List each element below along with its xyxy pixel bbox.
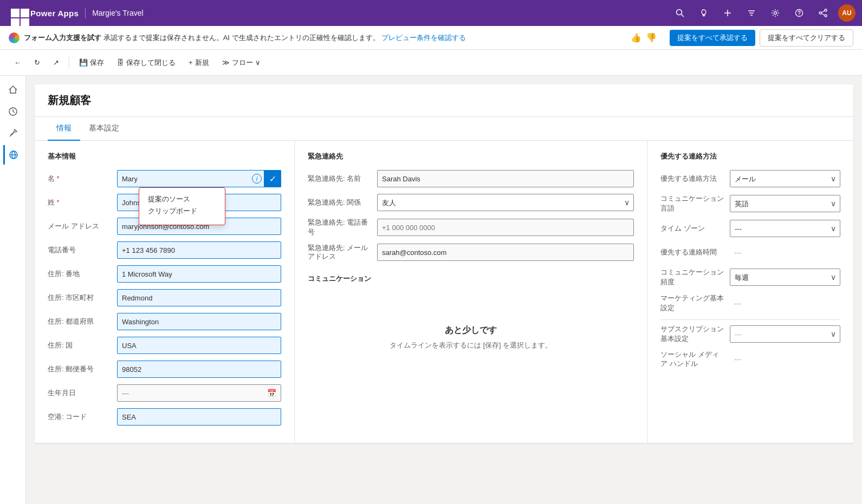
address-row: 住所: 番地: [48, 265, 281, 283]
comm-placeholder-title: あと少しです: [319, 325, 623, 336]
tab-basic-settings[interactable]: 基本設定: [80, 117, 128, 141]
search-icon[interactable]: [671, 4, 689, 22]
emergency-title: 緊急連絡先: [308, 152, 634, 161]
lightbulb-icon[interactable]: [695, 4, 712, 22]
external-link-button[interactable]: ↗: [48, 55, 64, 70]
subscription-row: サブスクリプション基本設定 --- ∨: [660, 324, 840, 344]
first-name-check-button[interactable]: ✓: [264, 170, 281, 187]
accept-all-button[interactable]: 提案をすべて承認する: [670, 30, 755, 46]
emergency-relation-select[interactable]: 友人 家族 同僚: [377, 194, 634, 211]
form-body: 基本情報 名 i ✓ 提案のソース: [35, 141, 853, 443]
emergency-relation-wrapper: 友人 家族 同僚 ∨: [377, 194, 634, 211]
state-label: 住所: 都道府県: [48, 317, 113, 326]
form-tabs: 情報 基本設定: [35, 117, 853, 141]
settings-icon[interactable]: [767, 4, 784, 22]
save-close-icon: 🗄: [117, 58, 124, 67]
emergency-relation-label: 緊急連絡先: 関係: [308, 198, 373, 207]
country-input[interactable]: [117, 337, 281, 354]
city-label: 住所: 市区町村: [48, 293, 113, 303]
marketing-row: マーケティング基本設定 ---: [660, 293, 840, 313]
emergency-phone-label: 緊急連絡先: 電話番号: [308, 218, 373, 237]
save-close-button[interactable]: 🗄 保存して閉じる: [112, 55, 181, 71]
form-container: 新規顧客 情報 基本設定 基本情報 名: [35, 84, 853, 443]
zip-row: 住所: 郵便番号: [48, 361, 281, 378]
nav-divider: [85, 8, 86, 18]
new-label: 新規: [195, 58, 209, 68]
save-icon: 💾: [79, 58, 88, 67]
first-name-label: 名: [48, 174, 113, 184]
social-row: ソーシャル メディア ハンドル ---: [660, 350, 840, 369]
left-sidebar: [0, 76, 26, 504]
sidebar-globe[interactable]: [3, 145, 23, 165]
form-header: 新規顧客: [35, 84, 853, 117]
form-toolbar: ← ↻ ↗ 💾 保存 🗄 保存して閉じる + 新規 ≫ フロー ∨: [0, 50, 862, 76]
clear-all-button[interactable]: 提案をすべてクリアする: [760, 29, 853, 47]
help-icon[interactable]: [790, 4, 808, 22]
airport-label: 空港: コード: [48, 412, 113, 422]
thumbdown-icon[interactable]: 👎: [646, 32, 657, 43]
workspace-name: Margie's Travel: [92, 9, 143, 17]
sidebar-home[interactable]: [3, 80, 23, 100]
flow-button[interactable]: ≫ フロー ∨: [217, 55, 266, 71]
phone-row: 電話番号: [48, 241, 281, 259]
first-name-info-icon[interactable]: i: [252, 174, 262, 184]
comm-placeholder-sub: タイムラインを表示するには [保存] を選択します。: [319, 341, 623, 350]
subscription-select[interactable]: ---: [730, 325, 840, 343]
state-row: 住所: 都道府県: [48, 313, 281, 330]
filter-icon[interactable]: [743, 4, 760, 22]
emergency-email-input[interactable]: [377, 244, 634, 261]
phone-label: 電話番号: [48, 245, 113, 255]
contact-method-label: 優先する連絡方法: [660, 174, 725, 184]
country-row: 住所: 国: [48, 337, 281, 354]
subscription-wrapper: --- ∨: [730, 325, 840, 343]
airport-input[interactable]: [117, 408, 281, 426]
social-label: ソーシャル メディア ハンドル: [660, 350, 725, 369]
contact-method-row: 優先する連絡方法 メール 電話 ∨: [660, 170, 840, 187]
comm-title: コミュニケーション: [308, 274, 634, 284]
emergency-name-input[interactable]: [377, 170, 634, 187]
basic-info-title: 基本情報: [48, 152, 281, 161]
calendar-icon[interactable]: 📅: [267, 389, 276, 397]
user-avatar[interactable]: AU: [838, 4, 855, 22]
sidebar-recents[interactable]: [3, 102, 23, 121]
zip-input[interactable]: [117, 361, 281, 378]
contact-method-select[interactable]: メール 電話: [730, 170, 840, 187]
birthdate-input[interactable]: [122, 389, 267, 397]
main-layout: 新規顧客 情報 基本設定 基本情報 名: [0, 76, 862, 504]
thumbup-icon[interactable]: 👍: [631, 32, 641, 43]
timezone-row: タイム ゾーン --- ∨: [660, 220, 840, 237]
country-label: 住所: 国: [48, 341, 113, 350]
preview-link[interactable]: プレビュー条件を確認する: [381, 34, 466, 42]
back-button[interactable]: ←: [9, 55, 27, 70]
comm-freq-label: コミュニケーション頻度: [660, 267, 725, 287]
last-name-label: 姓: [48, 198, 113, 207]
tab-info[interactable]: 情報: [48, 117, 80, 141]
share-icon[interactable]: [814, 4, 832, 22]
comm-freq-select[interactable]: 毎週 毎月 毎日: [730, 269, 840, 286]
language-row: コミュニケーション言語 英語 日本語 ∨: [660, 194, 840, 213]
back-icon: ←: [14, 58, 21, 67]
tooltip-popup: 提案のソース クリップボード: [139, 187, 225, 225]
pref-time-row: 優先する連絡時間 ---: [660, 244, 840, 261]
emergency-section: 緊急連絡先 緊急連絡先: 名前 緊急連絡先: 関係 友人 家族: [295, 141, 647, 443]
refresh-button[interactable]: ↻: [29, 55, 46, 70]
subscription-label: サブスクリプション基本設定: [660, 324, 725, 344]
city-input[interactable]: [117, 289, 281, 306]
timezone-label: タイム ゾーン: [660, 224, 725, 233]
timezone-select[interactable]: ---: [730, 220, 840, 237]
address-input[interactable]: [117, 265, 281, 283]
state-input[interactable]: [117, 313, 281, 330]
comm-freq-row: コミュニケーション頻度 毎週 毎月 毎日 ∨: [660, 267, 840, 287]
flow-icon: ≫: [222, 58, 230, 67]
svg-point-9: [774, 12, 777, 15]
save-button[interactable]: 💾 保存: [74, 55, 109, 71]
new-button[interactable]: + 新規: [183, 55, 215, 71]
app-grid-icon[interactable]: [7, 4, 24, 22]
emergency-phone-input[interactable]: [377, 219, 634, 236]
sidebar-pinned[interactable]: [3, 123, 23, 143]
preferences-section: 優先する連絡方法 優先する連絡方法 メール 電話 ∨: [647, 141, 853, 443]
plus-icon[interactable]: [719, 4, 736, 22]
birthdate-label: 生年月日: [48, 388, 113, 398]
phone-input[interactable]: [117, 241, 281, 259]
language-select[interactable]: 英語 日本語: [730, 195, 840, 212]
